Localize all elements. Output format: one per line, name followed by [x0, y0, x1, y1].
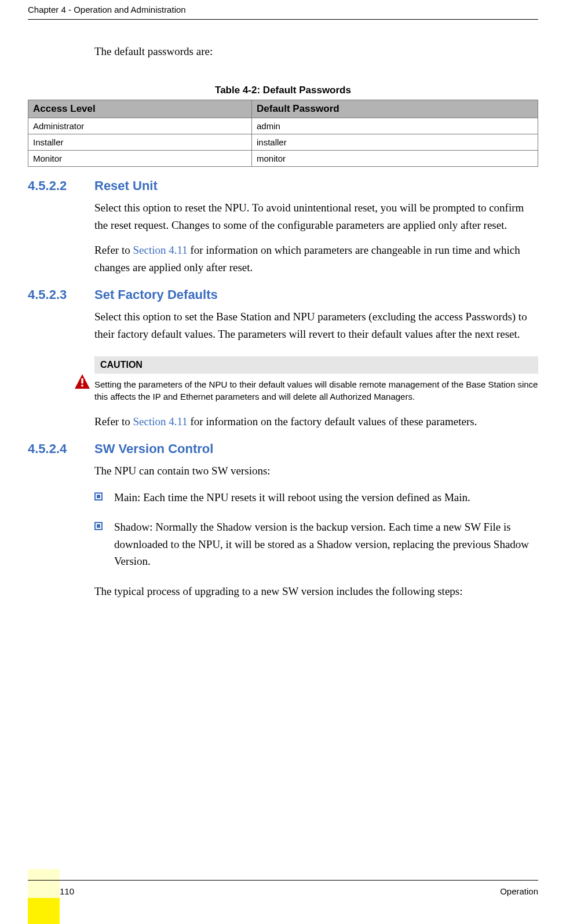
- section-title-set-factory-defaults: Set Factory Defaults: [94, 287, 218, 302]
- cell-level: Monitor: [28, 151, 252, 167]
- paragraph: Refer to Section 4.11 for information on…: [94, 242, 538, 276]
- section-title-sw-version-control: SW Version Control: [94, 441, 213, 456]
- table-row: Monitor monitor: [28, 151, 538, 167]
- paragraph: Select this option to reset the NPU. To …: [94, 199, 538, 233]
- section-title-reset-unit: Reset Unit: [94, 178, 158, 193]
- section-number: 4.5.2.2: [28, 178, 94, 193]
- paragraph: Select this option to set the Base Stati…: [94, 308, 538, 342]
- cell-level: Administrator: [28, 118, 252, 134]
- table-caption: Table 4-2: Default Passwords: [28, 85, 538, 96]
- caution-title: CAUTION: [94, 356, 538, 374]
- bullet-icon: [94, 492, 103, 501]
- svg-rect-2: [81, 385, 83, 386]
- paragraph: Refer to Section 4.11 for information on…: [94, 413, 538, 430]
- table-row: Installer installer: [28, 134, 538, 151]
- cell-level: Installer: [28, 134, 252, 151]
- caution-icon: [74, 374, 94, 390]
- text: Refer to: [94, 415, 133, 428]
- bullet-icon: [94, 522, 103, 530]
- paragraph: The typical process of upgrading to a ne…: [94, 583, 538, 600]
- cell-pw: monitor: [251, 151, 538, 167]
- list-item: Main: Each time the NPU resets it will r…: [94, 489, 538, 506]
- list-text: Shadow: Normally the Shadow version is t…: [114, 518, 538, 569]
- side-tab: [28, 869, 60, 924]
- cell-pw: admin: [251, 118, 538, 134]
- xref-link[interactable]: Section 4.11: [133, 244, 187, 256]
- th-default-password: Default Password: [251, 100, 538, 118]
- text: for information on the factory default v…: [188, 415, 477, 428]
- section-number: 4.5.2.4: [28, 441, 94, 456]
- list-item: Shadow: Normally the Shadow version is t…: [94, 518, 538, 569]
- caution-block: CAUTION Setting the parameters of the NP…: [74, 356, 538, 403]
- th-access-level: Access Level: [28, 100, 252, 118]
- cell-pw: installer: [251, 134, 538, 151]
- footer-label: Operation: [500, 886, 538, 896]
- xref-link[interactable]: Section 4.11: [133, 415, 187, 428]
- svg-rect-1: [81, 378, 83, 384]
- section-number: 4.5.2.3: [28, 287, 94, 302]
- running-header: Chapter 4 - Operation and Administration: [28, 5, 538, 20]
- default-passwords-table: Access Level Default Password Administra…: [28, 100, 538, 167]
- page-number: 110: [60, 886, 74, 896]
- text: Refer to: [94, 244, 133, 256]
- paragraph: The NPU can contain two SW versions:: [94, 462, 538, 479]
- footer: 110 Operation: [28, 880, 538, 896]
- list-text: Main: Each time the NPU resets it will r…: [114, 489, 470, 506]
- caution-text: Setting the parameters of the NPU to the…: [94, 374, 538, 403]
- intro-text: The default passwords are:: [94, 43, 538, 60]
- table-row: Administrator admin: [28, 118, 538, 134]
